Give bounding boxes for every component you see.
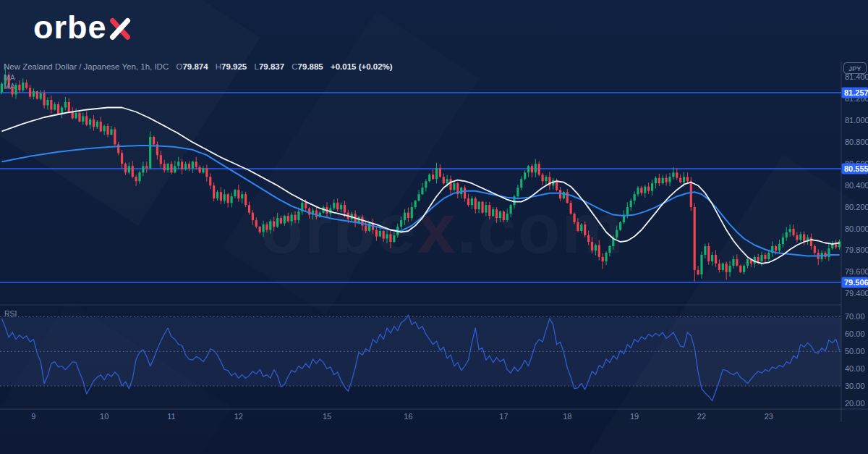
rsi-axis-tick: 70.00: [845, 312, 865, 321]
badge-value: 80.555: [844, 164, 868, 173]
candle-body: [209, 177, 211, 185]
time-axis-label: 18: [563, 412, 571, 421]
time-axis-label: 15: [323, 412, 331, 421]
candle-body: [177, 161, 179, 166]
rsi-axis-tick: 20.00: [845, 399, 865, 408]
candle-body: [181, 161, 183, 169]
candle-body: [464, 188, 466, 198]
candle-body: [475, 198, 477, 209]
candle-body: [124, 164, 127, 172]
candle-body: [29, 88, 31, 97]
candle-body: [294, 215, 296, 220]
candle-body: [138, 172, 140, 181]
candle-body: [262, 224, 264, 232]
candle-body: [531, 166, 533, 172]
candle-body: [224, 194, 226, 201]
candle-body: [110, 129, 112, 134]
low-value: 79.837: [259, 62, 284, 71]
candle-body: [778, 244, 780, 251]
candle-body: [573, 214, 575, 222]
candle-body: [495, 209, 498, 218]
candle-body: [425, 181, 427, 188]
candle-body: [728, 266, 731, 272]
candle-body: [96, 122, 98, 127]
candle-body: [36, 91, 38, 98]
candle-body: [163, 164, 166, 170]
candle-body: [184, 164, 187, 169]
candle-body: [449, 179, 451, 190]
candle-body: [711, 255, 713, 261]
candle-body: [503, 211, 505, 220]
candle-body: [799, 235, 801, 240]
candle-body: [662, 178, 664, 183]
candle-body: [700, 255, 702, 274]
time-axis-label: 9: [31, 412, 35, 421]
candle-body: [697, 270, 699, 274]
candle-body: [658, 178, 660, 183]
candle-body: [255, 220, 258, 227]
candle-body: [471, 198, 473, 205]
candle-body: [64, 102, 67, 107]
candle-body: [259, 227, 261, 232]
ma-white-line: [1, 108, 839, 264]
candle-body: [478, 202, 480, 209]
orbex-logo: orbe: [33, 9, 132, 46]
rsi-indicator-label[interactable]: RSI: [4, 309, 17, 318]
candle-body: [308, 209, 310, 215]
candle-body: [683, 177, 685, 182]
candle-body: [276, 218, 278, 227]
candle-body: [135, 177, 137, 181]
candle-body: [443, 177, 445, 183]
candle-body: [626, 207, 629, 214]
candle-body: [467, 198, 469, 205]
candle-body: [248, 205, 250, 212]
candle-body: [746, 259, 749, 266]
time-axis-label: 16: [404, 412, 412, 421]
candle-body: [149, 137, 151, 168]
candle-body: [340, 205, 342, 209]
candle-body: [535, 164, 537, 172]
candle-body: [690, 181, 692, 207]
ma-indicator-label-1[interactable]: MA: [4, 73, 15, 82]
symbol-title[interactable]: New Zealand Dollar / Japanese Yen, 1h, I…: [4, 62, 169, 71]
candle-body: [510, 205, 512, 214]
candle-body: [570, 203, 572, 214]
candle-body: [718, 264, 720, 270]
badge-value: 79.506: [844, 278, 868, 287]
candle-body: [25, 83, 27, 88]
ma-blue-line: [1, 146, 839, 256]
candle-body: [305, 203, 307, 208]
time-axis[interactable]: 910111215161718192223: [31, 412, 773, 421]
candle-body: [241, 194, 243, 198]
price-axis[interactable]: 81.40081.20081.00080.80080.60080.40080.2…: [845, 72, 868, 298]
candle-body: [605, 253, 607, 261]
candle-body: [439, 168, 441, 177]
candle-body: [393, 235, 395, 242]
price-axis-tick: 79.400: [845, 289, 868, 298]
candle-body: [676, 172, 678, 177]
high-value: 79.925: [221, 62, 247, 71]
candle-body: [616, 230, 618, 237]
price-axis-tick: 79.600: [845, 267, 868, 276]
candle-body: [153, 137, 155, 144]
candle-body: [516, 188, 519, 196]
rsi-axis-tick: 50.00: [845, 347, 865, 356]
candle-body: [640, 188, 642, 193]
candle-body: [50, 100, 52, 109]
candle-body: [202, 168, 204, 172]
candle-body: [195, 161, 197, 167]
candle-body: [668, 177, 671, 182]
ma-indicator-label-2[interactable]: MA: [4, 82, 15, 91]
candle-body: [792, 229, 794, 235]
rsi-axis[interactable]: 70.0060.0050.0040.0030.0020.00: [845, 312, 865, 408]
candle-body: [103, 126, 106, 131]
candle-body: [634, 194, 636, 201]
trading-chart-page: orbex.com 81.40081.20081.00080.80080.600…: [0, 0, 868, 454]
candle-body: [775, 246, 777, 251]
rsi-axis-tick: 30.00: [845, 382, 865, 390]
time-axis-label: 11: [167, 412, 175, 421]
candle-body: [68, 102, 70, 112]
candle-body: [743, 266, 745, 272]
change-value: +0.015 (+0.02%): [331, 62, 393, 71]
close-label: C: [292, 62, 297, 71]
